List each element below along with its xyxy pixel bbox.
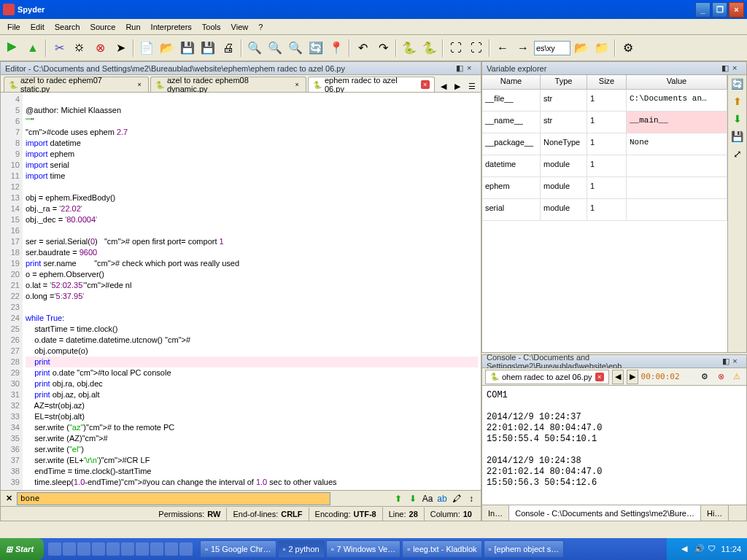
taskbar-button[interactable]: ▫[ephem object s… xyxy=(484,540,565,558)
open-file-icon[interactable]: 📂 xyxy=(158,39,177,58)
tray-icon[interactable]: 🛡 xyxy=(708,544,718,554)
tab-close-icon[interactable]: × xyxy=(135,80,144,89)
save-ws-icon[interactable]: 💾 xyxy=(731,131,743,142)
console-tab-close-icon[interactable]: × xyxy=(595,373,604,381)
import-icon[interactable]: ⬆ xyxy=(733,96,742,107)
console-bottom-tab[interactable]: In… xyxy=(482,505,509,521)
python-new-icon[interactable]: 🐍 xyxy=(420,39,439,58)
varexp-col-value[interactable]: Value xyxy=(627,75,727,89)
start-button[interactable]: ⊞Start xyxy=(0,538,44,560)
browse-icon[interactable]: 📂 xyxy=(572,39,591,58)
menu-?[interactable]: ? xyxy=(254,21,267,33)
varexp-row[interactable]: ephemmodule1 xyxy=(482,177,727,199)
varexp-col-size[interactable]: Size xyxy=(587,75,627,89)
find-files-icon[interactable]: 🔍 xyxy=(286,39,305,58)
taskbar-button[interactable]: ▫leeg.txt - Kladblok xyxy=(402,540,481,558)
search-hl-icon[interactable]: 🖍 xyxy=(450,492,463,505)
tab-list-icon[interactable]: ☰ xyxy=(466,80,478,92)
fwd-icon[interactable]: → xyxy=(514,39,533,58)
stop-icon[interactable]: ⊗ xyxy=(90,39,109,58)
console-next-icon[interactable]: ▶ xyxy=(627,370,638,384)
ql-icon[interactable] xyxy=(92,542,105,556)
tab-close-icon[interactable]: × xyxy=(421,80,430,89)
step-icon[interactable]: ⛭ xyxy=(70,39,89,58)
varexp-close-icon[interactable]: × xyxy=(732,63,742,73)
taskbar-button[interactable]: ▫7 Windows Ve… xyxy=(326,540,401,558)
menu-file[interactable]: File xyxy=(3,21,25,33)
console-warn-icon[interactable]: ⚠ xyxy=(730,370,743,384)
console-bottom-tab[interactable]: Hi… xyxy=(701,505,729,521)
editor-tab[interactable]: 🐍ephem radec to azel 06.py× xyxy=(308,77,435,92)
console-prev-icon[interactable]: ◀ xyxy=(612,370,624,384)
menu-interpreters[interactable]: Interpreters xyxy=(147,21,196,33)
varexp-row[interactable]: __package__NoneType1None xyxy=(482,133,727,155)
console-close-icon[interactable]: × xyxy=(732,357,742,366)
tray-icon[interactable]: 🔊 xyxy=(694,544,705,554)
debug-icon[interactable]: ✂ xyxy=(50,39,69,58)
console-opts-icon[interactable]: ⚙ xyxy=(698,370,711,384)
taskbar-button[interactable]: ▫15 Google Chr… xyxy=(200,540,276,558)
max-icon[interactable]: ⛶ xyxy=(446,39,465,58)
back-icon[interactable]: ← xyxy=(493,39,512,58)
ql-icon[interactable] xyxy=(107,542,120,556)
close-button[interactable]: × xyxy=(729,2,744,18)
search-close-icon[interactable]: ✕ xyxy=(4,494,14,503)
menu-source[interactable]: Source xyxy=(86,21,120,33)
prefs-icon[interactable]: ⚙ xyxy=(619,39,638,58)
find-icon[interactable]: 🔍 xyxy=(245,39,264,58)
code-editor[interactable]: @author: Michiel Klaassen """ "cm">#code… xyxy=(23,93,481,490)
varexp-row[interactable]: serialmodule1 xyxy=(482,199,727,221)
redo-icon[interactable]: ↷ xyxy=(374,39,392,58)
restore-button[interactable]: ❐ xyxy=(712,2,727,18)
ql-icon[interactable] xyxy=(77,542,90,556)
console-bottom-tab[interactable]: Console - C:\Documents and Settings\me2\… xyxy=(509,505,701,521)
save-all-icon[interactable]: 💾 xyxy=(198,39,217,58)
ql-icon[interactable] xyxy=(121,542,134,556)
console-stop-icon[interactable]: ⊗ xyxy=(714,370,727,384)
ql-icon[interactable] xyxy=(165,542,178,556)
replace-icon[interactable]: 🔄 xyxy=(306,39,325,58)
export-icon[interactable]: ⬇ xyxy=(733,113,742,125)
menu-search[interactable]: Search xyxy=(50,21,85,33)
ql-icon[interactable] xyxy=(48,542,61,556)
new-file-icon[interactable]: 📄 xyxy=(137,39,156,58)
editor-tab[interactable]: 🐍azel to radec ephem08 dynamic.py× xyxy=(150,77,306,92)
search-word-icon[interactable]: ab xyxy=(436,492,449,505)
system-tray[interactable]: ◀ 🔊 🛡 11:24 xyxy=(667,538,747,560)
tray-icon[interactable]: ◀ xyxy=(681,544,692,554)
search-input[interactable] xyxy=(17,492,330,505)
tab-close-icon[interactable]: × xyxy=(293,80,301,89)
console-tab[interactable]: 🐍 ohem radec to azel 06.py × xyxy=(485,370,609,384)
console-output[interactable]: COM1 2014/12/9 10:24:37 22:01:02.14 80:0… xyxy=(482,386,746,505)
find-next-icon[interactable]: 🔍 xyxy=(266,39,285,58)
panel-close-icon[interactable]: × xyxy=(467,63,476,73)
varexp-col-type[interactable]: Type xyxy=(541,75,587,89)
tab-nav-icon[interactable]: ▶ xyxy=(452,80,463,92)
refresh-icon[interactable]: 🔄 xyxy=(731,78,743,90)
minimize-button[interactable]: _ xyxy=(695,2,711,18)
search-prev-icon[interactable]: ⬆ xyxy=(392,492,405,505)
undo-icon[interactable]: ↶ xyxy=(353,39,372,58)
parent-icon[interactable]: 📁 xyxy=(592,39,611,58)
options-icon[interactable]: ⤢ xyxy=(733,148,742,160)
print-icon[interactable]: 🖨 xyxy=(219,39,238,58)
ql-icon[interactable] xyxy=(179,542,193,556)
full-icon[interactable]: ⛶ xyxy=(467,39,486,58)
search-next-icon[interactable]: ⬇ xyxy=(406,492,419,505)
run-config-icon[interactable]: ▲ xyxy=(23,39,42,58)
save-icon[interactable]: 💾 xyxy=(178,39,197,58)
workdir-combo[interactable] xyxy=(534,41,570,55)
goto-icon[interactable]: 📍 xyxy=(327,39,346,58)
varexp-col-name[interactable]: Name xyxy=(482,75,541,89)
editor-tab[interactable]: 🐍azel to radec ephem07 static.py× xyxy=(4,77,149,92)
search-case-icon[interactable]: Aa xyxy=(421,492,434,505)
ql-icon[interactable] xyxy=(136,542,149,556)
search-replace-icon[interactable]: ↕ xyxy=(465,492,478,505)
varexp-row[interactable]: datetimemodule1 xyxy=(482,155,727,177)
varexp-table[interactable]: __file__str1C:\Documents an…__name__str1… xyxy=(482,90,727,352)
ql-icon[interactable] xyxy=(150,542,163,556)
tab-nav-icon[interactable]: ◀ xyxy=(438,80,449,92)
menu-view[interactable]: View xyxy=(227,21,253,33)
undock-icon[interactable]: ◧ xyxy=(456,63,465,73)
console-undock-icon[interactable]: ◧ xyxy=(722,357,732,366)
